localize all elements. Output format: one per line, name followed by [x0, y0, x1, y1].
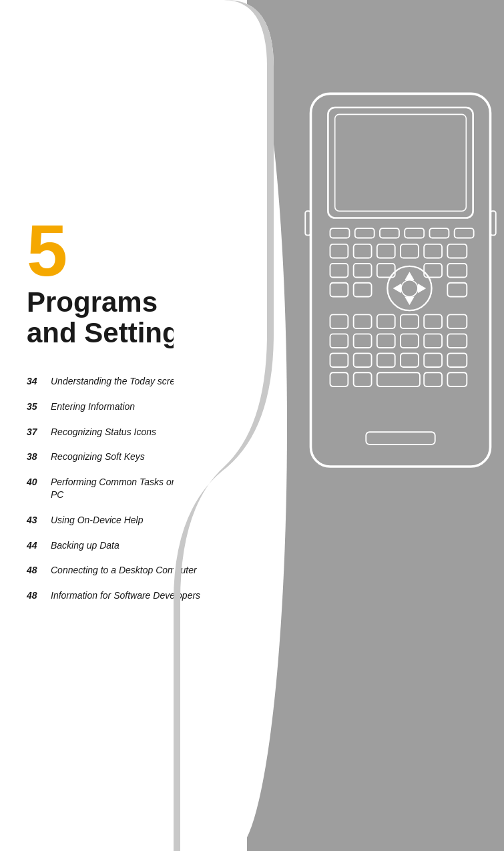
toc-page-number: 37 — [27, 426, 41, 437]
toc-page-number: 34 — [27, 375, 41, 386]
toc-entry-text: Recognizing Status Icons — [51, 426, 156, 439]
device-svg — [287, 87, 504, 487]
svg-rect-49 — [377, 372, 420, 386]
svg-rect-15 — [330, 264, 348, 278]
svg-rect-48 — [354, 372, 372, 386]
svg-rect-4 — [355, 228, 374, 238]
svg-rect-13 — [424, 244, 442, 258]
svg-rect-14 — [447, 244, 467, 258]
svg-rect-31 — [377, 314, 395, 328]
toc-entry-text: Understanding the Today screen — [51, 375, 186, 388]
svg-rect-46 — [447, 353, 467, 367]
svg-rect-50 — [424, 372, 442, 386]
svg-rect-36 — [354, 334, 372, 348]
svg-rect-44 — [401, 353, 419, 367]
svg-rect-12 — [401, 244, 419, 258]
toc-entry-text: Using On-Device Help — [51, 514, 144, 527]
toc-entry-text: Entering Information — [51, 400, 135, 414]
svg-rect-40 — [447, 334, 467, 348]
svg-rect-9 — [330, 244, 348, 258]
svg-rect-51 — [447, 372, 467, 386]
svg-rect-47 — [330, 372, 348, 386]
svg-rect-11 — [377, 244, 395, 258]
svg-rect-26 — [330, 283, 348, 297]
svg-rect-3 — [330, 228, 349, 238]
svg-rect-45 — [424, 353, 442, 367]
svg-rect-39 — [424, 334, 442, 348]
toc-page-number: 48 — [27, 564, 41, 575]
svg-rect-5 — [380, 228, 399, 238]
svg-rect-52 — [366, 432, 435, 445]
svg-rect-43 — [377, 353, 395, 367]
svg-rect-33 — [424, 314, 442, 328]
svg-rect-25 — [447, 264, 467, 278]
toc-entry-text: Backing up Data — [51, 539, 119, 553]
svg-rect-2 — [335, 114, 467, 211]
svg-rect-28 — [447, 283, 467, 297]
svg-rect-0 — [311, 93, 491, 467]
svg-rect-37 — [377, 334, 395, 348]
device-illustration — [287, 87, 504, 487]
curve-divider — [174, 0, 274, 851]
svg-rect-32 — [401, 314, 419, 328]
svg-point-23 — [401, 280, 418, 297]
svg-marker-22 — [418, 284, 426, 293]
toc-entry-text: Recognizing Soft Keys — [51, 451, 145, 464]
svg-rect-6 — [405, 228, 424, 238]
toc-page-number: 40 — [27, 476, 41, 487]
svg-rect-38 — [401, 334, 419, 348]
svg-rect-16 — [354, 264, 372, 278]
svg-marker-21 — [393, 284, 401, 293]
svg-rect-35 — [330, 334, 348, 348]
toc-page-number: 43 — [27, 514, 41, 525]
toc-page-number: 38 — [27, 451, 41, 462]
svg-rect-7 — [429, 228, 449, 238]
toc-page-number: 35 — [27, 400, 41, 412]
svg-marker-19 — [405, 272, 414, 280]
svg-rect-10 — [354, 244, 372, 258]
svg-rect-42 — [354, 353, 372, 367]
svg-rect-30 — [354, 314, 372, 328]
svg-rect-27 — [354, 283, 372, 297]
svg-rect-8 — [455, 228, 474, 238]
toc-page-number: 44 — [27, 539, 41, 551]
svg-rect-29 — [330, 314, 348, 328]
svg-rect-34 — [447, 314, 467, 328]
page-container: 5 Programs and Settings 34Understanding … — [0, 0, 504, 851]
toc-page-number: 48 — [27, 589, 41, 601]
svg-rect-41 — [330, 353, 348, 367]
svg-marker-20 — [405, 296, 414, 304]
svg-rect-1 — [328, 107, 473, 218]
